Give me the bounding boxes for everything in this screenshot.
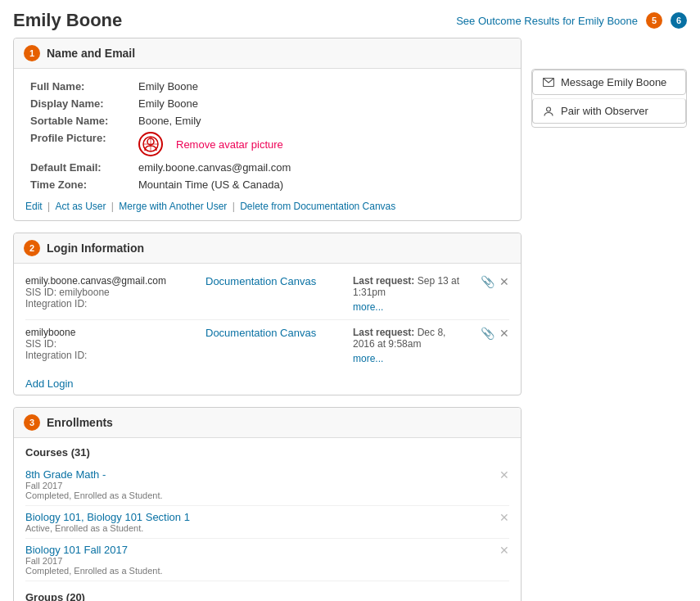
sortable-name-label: Sortable Name: [27, 113, 133, 129]
enrollment-item-1: 8th Grade Math - Fall 2017 Completed, En… [25, 463, 509, 506]
course-meta-3: Fall 2017 [25, 556, 163, 566]
login-integration-2: Integration ID: [25, 350, 189, 361]
badge-5: 5 [646, 12, 662, 29]
last-req-label-2: Last request: [353, 327, 414, 338]
course-status-2: Active, Enrolled as a Student. [25, 523, 190, 533]
more-link-2[interactable]: more... [353, 353, 464, 364]
pair-with-observer-button[interactable]: Pair with Observer [532, 98, 686, 124]
display-name-label: Display Name: [27, 96, 133, 111]
login-section: 2 Login Information emily.boone.canvas@g… [13, 233, 522, 395]
time-zone-value: Mountain Time (US & Canada) [135, 177, 508, 192]
badge-6: 6 [671, 12, 687, 29]
enrollment-remove-3[interactable]: ✕ [499, 544, 509, 557]
header-right: See Outcome Results for Emily Boone 5 6 [456, 12, 687, 29]
add-login-link[interactable]: Add Login [25, 377, 74, 390]
message-emily-button[interactable]: Message Emily Boone [532, 70, 686, 95]
courses-label: Courses (31) [25, 446, 509, 459]
enrollment-item-3: Biology 101 Fall 2017 Fall 2017 Complete… [25, 539, 509, 581]
course-link-2[interactable]: Biology 101, Biology 101 Section 1 [25, 511, 190, 523]
person-icon [543, 106, 554, 117]
canvas-link-2[interactable]: Documentation Canvas [205, 327, 316, 339]
course-meta-1: Fall 2017 [25, 481, 163, 490]
delete-link[interactable]: Delete from Documentation Canvas [240, 201, 395, 212]
edit-link[interactable]: Edit [25, 201, 43, 212]
section-1-badge: 1 [24, 45, 40, 61]
pair-button-label: Pair with Observer [561, 105, 648, 117]
course-status-3: Completed, Enrolled as a Student. [25, 566, 163, 576]
clip-icon-2[interactable]: 📎 [481, 327, 495, 340]
envelope-icon [543, 78, 554, 87]
svg-point-7 [547, 107, 551, 111]
name-email-section: 1 Name and Email Full Name: Emily Boone … [13, 38, 522, 221]
display-name-value: Emily Boone [135, 96, 508, 111]
avatar [138, 132, 163, 156]
see-outcome-link[interactable]: See Outcome Results for Emily Boone [456, 15, 638, 27]
enrollment-remove-2[interactable]: ✕ [499, 511, 509, 524]
enrollment-item-2: Biology 101, Biology 101 Section 1 Activ… [25, 506, 509, 539]
name-email-table: Full Name: Emily Boone Display Name: Emi… [25, 77, 509, 194]
course-link-3[interactable]: Biology 101 Fall 2017 [25, 544, 128, 556]
course-status-1: Completed, Enrolled as a Student. [25, 490, 163, 500]
login-title: Login Information [47, 242, 144, 255]
login-entry-2: emilyboone SIS ID: Integration ID: [25, 320, 509, 371]
name-email-title: Name and Email [47, 47, 135, 60]
login-integration-1: Integration ID: [25, 298, 189, 310]
login-entry-1: emily.boone.canvas@gmail.com SIS ID: emi… [25, 269, 509, 320]
avatar-icon [142, 136, 159, 152]
clip-icon-1[interactable]: 📎 [481, 275, 495, 288]
last-req-label-1: Last request: [353, 275, 414, 287]
section-3-badge: 3 [24, 414, 40, 431]
sortable-name-value: Boone, Emily [135, 113, 508, 129]
default-email-label: Default Email: [27, 160, 133, 175]
merge-link[interactable]: Merge with Another User [119, 201, 227, 212]
course-link-1[interactable]: 8th Grade Math - [25, 468, 106, 481]
message-button-label: Message Emily Boone [561, 76, 666, 88]
section-2-badge: 2 [24, 240, 40, 256]
close-icon-1[interactable]: ✕ [499, 275, 509, 288]
enrollments-section: 3 Enrollments Courses (31) 8th Grade Mat… [13, 407, 522, 601]
enrollments-title: Enrollments [47, 416, 113, 429]
profile-picture-label: Profile Picture: [27, 130, 133, 158]
edit-links: Edit | Act as User | Merge with Another … [25, 201, 509, 212]
login-sis-2: SIS ID: [25, 338, 189, 350]
login-sis-1: SIS ID: emilyboone [25, 287, 189, 298]
full-name-label: Full Name: [27, 79, 133, 94]
time-zone-label: Time Zone: [27, 177, 133, 192]
more-link-1[interactable]: more... [353, 301, 464, 313]
full-name-value: Emily Boone [135, 79, 508, 94]
default-email-value: emily.boone.canvas@gmail.com [135, 160, 508, 175]
remove-avatar-link[interactable]: Remove avatar picture [176, 138, 283, 151]
canvas-link-1[interactable]: Documentation Canvas [205, 275, 316, 287]
groups-label: Groups (20) [25, 591, 509, 601]
act-as-user-link[interactable]: Act as User [55, 201, 106, 212]
enrollment-remove-1[interactable]: ✕ [499, 468, 509, 481]
login-email-2: emilyboone [25, 327, 189, 338]
page-title: Emily Boone [13, 10, 122, 31]
login-email-1: emily.boone.canvas@gmail.com [25, 275, 189, 287]
close-icon-2[interactable]: ✕ [499, 327, 509, 340]
